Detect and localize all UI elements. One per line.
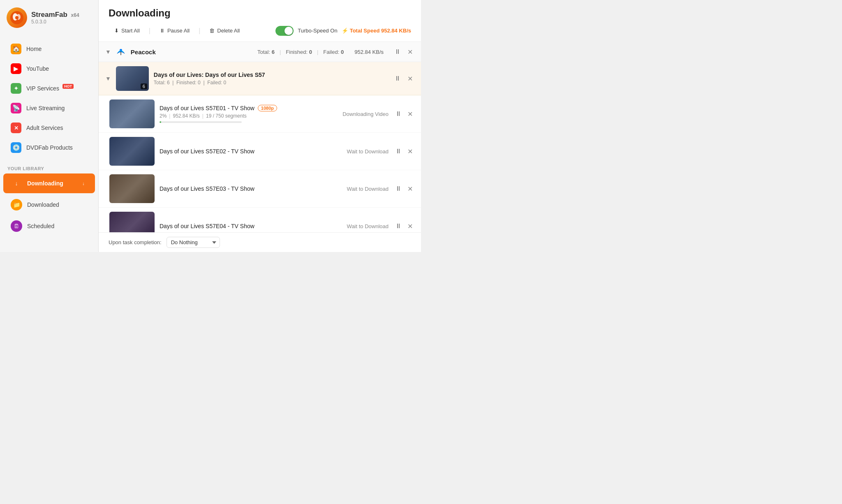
group-header-peacock: ▼ Peacock Total: 6 | Finished: 0 | Faile… (99, 42, 421, 62)
sidebar-item-vip[interactable]: ✦ VIP Services HOT (3, 79, 95, 98)
episode-close-button-1[interactable]: ✕ (406, 109, 414, 119)
episode-pause-button-4[interactable]: ⏸ (393, 222, 403, 231)
show-stats: Total: 6 | Finished: 0 | Failed: 0 (154, 80, 388, 86)
sidebar-item-adult[interactable]: ✕ Adult Services (3, 118, 95, 137)
app-logo: StreamFab x64 5.0.3.0 (0, 0, 98, 35)
group-name: Peacock (131, 49, 156, 55)
episode-thumbnail-4 (109, 212, 155, 232)
sidebar-item-downloaded[interactable]: 📁 Downloaded (3, 195, 95, 215)
live-icon: 📡 (11, 103, 21, 113)
sidebar-nav: 🏠 Home ▶ YouTube ✦ VIP Services HOT 📡 Li… (0, 35, 98, 161)
show-chevron-icon[interactable]: ▼ (105, 75, 111, 82)
app-name: StreamFab x64 (31, 11, 79, 19)
resolution-badge-1: 1080p (258, 105, 277, 111)
adult-icon: ✕ (11, 123, 21, 133)
dvdfab-icon: 💿 (11, 142, 21, 153)
svg-point-3 (15, 16, 19, 19)
main-content: Downloading ⬇ Start All | ⏸ Pause All | … (99, 0, 421, 252)
library-section-label: YOUR LIBRARY (0, 161, 98, 173)
episode-progress-pct-1: 2% (160, 113, 167, 119)
episode-pause-button-1[interactable]: ⏸ (393, 109, 403, 118)
group-close-button[interactable]: ✕ (406, 47, 414, 57)
episode-close-button-2[interactable]: ✕ (406, 147, 414, 156)
turbo-toggle[interactable] (275, 26, 294, 36)
sidebar-label-downloading: Downloading (27, 180, 63, 187)
hot-badge: HOT (62, 84, 74, 89)
sidebar-item-home[interactable]: 🏠 Home (3, 39, 95, 58)
sidebar-label-scheduled: Scheduled (27, 223, 54, 229)
episode-segments-1: 19 / 750 segments (206, 113, 247, 119)
show-thumbnail: 6 (116, 66, 149, 91)
sidebar-label-vip: VIP Services (26, 85, 59, 92)
toolbar: ⬇ Start All | ⏸ Pause All | 🗑 Delete All… (109, 25, 411, 37)
peacock-icon (115, 46, 127, 58)
episode-status-2: Wait to Download (335, 148, 389, 155)
main-footer: Upon task completion: Do Nothing Shutdow… (99, 232, 421, 252)
downloading-icon: ↓ (11, 178, 22, 189)
episode-item-4: Days of our Lives S57E04 - TV Show Wait … (99, 208, 421, 232)
sidebar-label-adult: Adult Services (26, 125, 63, 131)
sidebar-label-home: Home (26, 46, 42, 52)
group-speed: 952.84 KB/s (354, 49, 384, 55)
delete-all-icon: 🗑 (209, 28, 215, 34)
sidebar: StreamFab x64 5.0.3.0 🏠 Home ▶ YouTube ✦… (0, 0, 99, 252)
home-icon: 🏠 (11, 44, 21, 54)
episode-status-4: Wait to Download (335, 223, 389, 229)
episode-item-2: Days of our Lives S57E02 - TV Show Wait … (99, 133, 421, 170)
pause-all-button[interactable]: ⏸ Pause All (154, 25, 195, 37)
turbo-label: Turbo-Speed On (298, 28, 337, 34)
page-title: Downloading (109, 7, 411, 19)
vip-icon: ✦ (11, 83, 21, 94)
episode-pause-button-3[interactable]: ⏸ (393, 184, 403, 193)
episode-progress-bar-1 (160, 121, 242, 123)
download-list: ▼ Peacock Total: 6 | Finished: 0 | Faile… (99, 42, 421, 232)
episode-progress-fill-1 (160, 121, 161, 123)
episode-pause-button-2[interactable]: ⏸ (393, 147, 403, 156)
sidebar-label-youtube: YouTube (26, 65, 49, 72)
episode-title-3: Days of our Lives S57E03 - TV Show (160, 185, 254, 192)
downloaded-icon: 📁 (11, 199, 22, 210)
show-item: ▼ 6 Days of our Lives: Days of our Lives… (99, 62, 421, 95)
episode-close-button-4[interactable]: ✕ (406, 222, 414, 231)
group-chevron-icon[interactable]: ▼ (105, 49, 111, 55)
episode-title-4: Days of our Lives S57E04 - TV Show (160, 223, 254, 229)
youtube-icon: ▶ (11, 63, 21, 74)
app-version: 5.0.3.0 (31, 19, 79, 25)
episode-item-1: Days of our Lives S57E01 - TV Show 1080p… (99, 95, 421, 133)
episode-item-3: Days of our Lives S57E03 - TV Show Wait … (99, 170, 421, 208)
episode-title-2: Days of our Lives S57E02 - TV Show (160, 148, 254, 155)
episode-status-3: Wait to Download (335, 186, 389, 192)
episode-speed-1: 952.84 KB/s (173, 113, 199, 119)
episode-status-1: Downloading Video (335, 111, 389, 117)
show-count-badge: 6 (141, 83, 147, 89)
episode-title-1: Days of our Lives S57E01 - TV Show (160, 105, 254, 111)
main-header: Downloading ⬇ Start All | ⏸ Pause All | … (99, 0, 421, 42)
group-pause-button[interactable]: ⏸ (393, 47, 402, 57)
episode-thumbnail-2 (109, 137, 155, 166)
sidebar-label-dvdfab: DVDFab Products (26, 144, 73, 151)
sidebar-item-live[interactable]: 📡 Live Streaming (3, 99, 95, 118)
scheduled-icon: 🗓 (11, 220, 22, 232)
show-name: Days of our Lives: Days of our Lives S57 (154, 72, 388, 78)
start-all-button[interactable]: ⬇ Start All (109, 25, 146, 37)
sidebar-item-downloading[interactable]: ↓ Downloading ↓ (3, 173, 95, 193)
completion-label: Upon task completion: (109, 239, 162, 245)
completion-action-select[interactable]: Do Nothing Shutdown Sleep Hibernate (167, 237, 220, 248)
pause-all-icon: ⏸ (160, 28, 165, 34)
show-close-button[interactable]: ✕ (406, 74, 414, 83)
show-pause-button[interactable]: ⏸ (393, 74, 402, 83)
sidebar-item-youtube[interactable]: ▶ YouTube (3, 59, 95, 78)
sidebar-item-scheduled[interactable]: 🗓 Scheduled (3, 216, 95, 236)
delete-all-button[interactable]: 🗑 Delete All (204, 25, 245, 37)
episode-thumbnail-1 (109, 99, 155, 128)
logo-icon (7, 7, 27, 28)
downloading-badge: ↓ (79, 179, 88, 187)
episode-thumbnail-3 (109, 174, 155, 203)
start-all-icon: ⬇ (114, 28, 119, 34)
sidebar-label-downloaded: Downloaded (27, 201, 59, 208)
episode-close-button-3[interactable]: ✕ (406, 184, 414, 194)
total-speed-label: ⚡ Total Speed 952.84 KB/s (342, 28, 411, 34)
sidebar-item-dvdfab[interactable]: 💿 DVDFab Products (3, 138, 95, 157)
sidebar-label-live: Live Streaming (26, 105, 65, 111)
